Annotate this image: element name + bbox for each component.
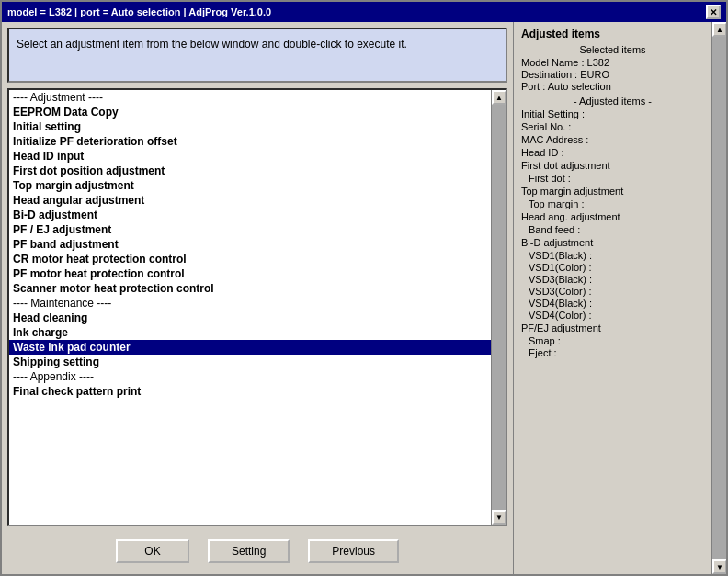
right-scroll-track[interactable]: [712, 37, 726, 559]
list-item[interactable]: EEPROM Data Copy: [9, 105, 491, 119]
list-item[interactable]: PF motor heat protection control: [9, 266, 491, 281]
destination: Destination : EURO: [521, 69, 704, 80]
setting-button[interactable]: Setting: [208, 539, 290, 563]
right-field: VSD1(Black) :: [529, 250, 704, 261]
right-field: Bi-D adjustment: [521, 237, 704, 248]
instruction-text: Select an adjustment item from the below…: [17, 38, 407, 51]
scroll-up-button[interactable]: ▲: [492, 90, 506, 105]
list-item[interactable]: Ink charge: [9, 325, 491, 340]
right-field: First dot adjustment: [521, 160, 704, 171]
list-item[interactable]: Initial setting: [9, 119, 491, 134]
title-bar-text: model = L382 | port = Auto selection | A…: [7, 6, 271, 17]
list-item[interactable]: Head angular adjustment: [9, 193, 491, 208]
right-field: Eject :: [529, 347, 704, 358]
right-field: Head ang. adjustment: [521, 211, 704, 222]
right-scrollbar[interactable]: ▲ ▼: [711, 22, 726, 574]
adjusted-items-label: - Adjusted items -: [521, 96, 704, 107]
right-scroll-down-button[interactable]: ▼: [712, 559, 726, 574]
right-field: Top margin adjustment: [521, 186, 704, 197]
right-scroll-up-button[interactable]: ▲: [712, 22, 726, 37]
list-item[interactable]: CR motor heat protection control: [9, 252, 491, 266]
list-item[interactable]: PF band adjustment: [9, 237, 491, 252]
list-item[interactable]: Head ID input: [9, 149, 491, 164]
list-item[interactable]: ---- Appendix ----: [9, 369, 491, 384]
ok-button[interactable]: OK: [116, 539, 189, 563]
right-subfield: Band feed :: [529, 224, 704, 235]
right-field: PF/EJ adjustment: [521, 322, 704, 333]
list-item[interactable]: Head cleaning: [9, 311, 491, 325]
list-item[interactable]: PF / EJ adjustment: [9, 222, 491, 237]
right-field: VSD4(Black) :: [529, 298, 704, 309]
right-field: MAC Address :: [521, 134, 704, 145]
right-field: Smap :: [529, 335, 704, 346]
model-name: Model Name : L382: [521, 57, 704, 68]
scroll-track[interactable]: [492, 105, 506, 510]
left-panel: Select an adjustment item from the below…: [2, 22, 514, 574]
list-item[interactable]: First dot position adjustment: [9, 164, 491, 178]
right-field: Serial No. :: [521, 121, 704, 132]
port: Port : Auto selection: [521, 81, 704, 92]
list-item[interactable]: Top margin adjustment: [9, 178, 491, 193]
list-item[interactable]: Shipping setting: [9, 355, 491, 369]
right-field: VSD4(Color) :: [529, 310, 704, 321]
list-scroll[interactable]: ---- Adjustment ----EEPROM Data CopyInit…: [9, 90, 491, 525]
right-panel: Adjusted items - Selected items - Model …: [514, 22, 711, 574]
list-item[interactable]: Waste ink pad counter: [9, 340, 491, 355]
list-scrollbar[interactable]: ▲ ▼: [491, 90, 506, 525]
selected-items-label: - Selected items -: [521, 44, 704, 55]
title-bar: model = L382 | port = Auto selection | A…: [2, 2, 726, 22]
right-field: Initial Setting :: [521, 108, 704, 119]
right-field: VSD1(Color) :: [529, 262, 704, 273]
right-fields: Initial Setting :Serial No. :MAC Address…: [521, 108, 704, 358]
list-item[interactable]: Scanner motor heat protection control: [9, 281, 491, 296]
previous-button[interactable]: Previous: [308, 539, 399, 563]
close-button[interactable]: ✕: [706, 5, 721, 19]
list-container: ---- Adjustment ----EEPROM Data CopyInit…: [7, 88, 507, 526]
right-field: VSD3(Color) :: [529, 286, 704, 297]
right-panel-title: Adjusted items: [521, 28, 704, 40]
main-content: Select an adjustment item from the below…: [2, 22, 726, 574]
list-item[interactable]: Final check pattern print: [9, 384, 491, 399]
right-subfield: Top margin :: [529, 198, 704, 209]
list-item[interactable]: ---- Adjustment ----: [9, 90, 491, 105]
list-item[interactable]: Bi-D adjustment: [9, 208, 491, 222]
right-field: VSD3(Black) :: [529, 274, 704, 285]
right-field: Head ID :: [521, 147, 704, 158]
scroll-down-button[interactable]: ▼: [492, 510, 506, 525]
bottom-buttons: OK Setting Previous: [7, 532, 507, 569]
list-item[interactable]: ---- Maintenance ----: [9, 296, 491, 311]
main-window: model = L382 | port = Auto selection | A…: [0, 0, 728, 576]
instruction-box: Select an adjustment item from the below…: [7, 28, 507, 83]
right-subfield: First dot :: [529, 173, 704, 184]
list-item[interactable]: Initialize PF deterioration offset: [9, 134, 491, 149]
